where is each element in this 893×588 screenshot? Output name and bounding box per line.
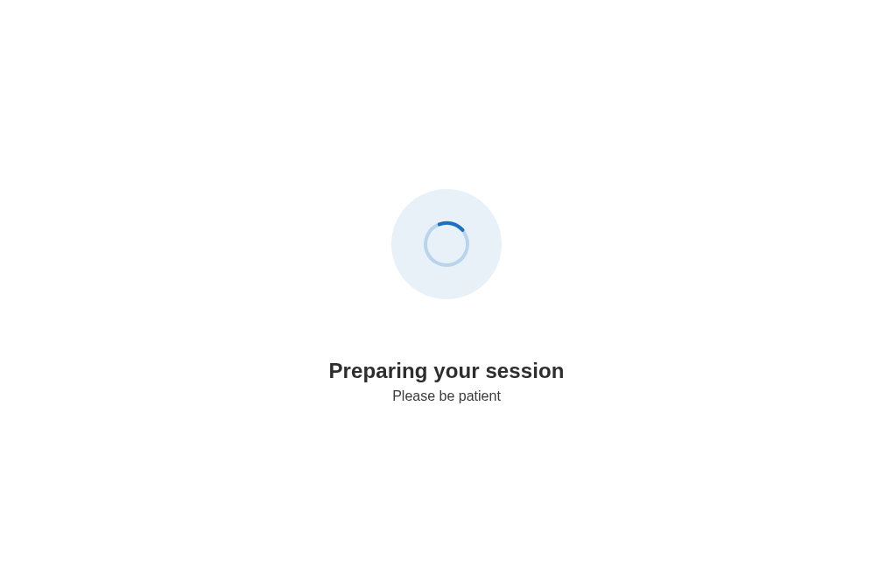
loading-spinner-icon xyxy=(422,220,471,269)
loading-subtext: Please be patient xyxy=(392,388,501,404)
spinner-container xyxy=(391,189,502,299)
svg-point-0 xyxy=(419,217,474,271)
loading-heading: Preparing your session xyxy=(329,359,565,383)
